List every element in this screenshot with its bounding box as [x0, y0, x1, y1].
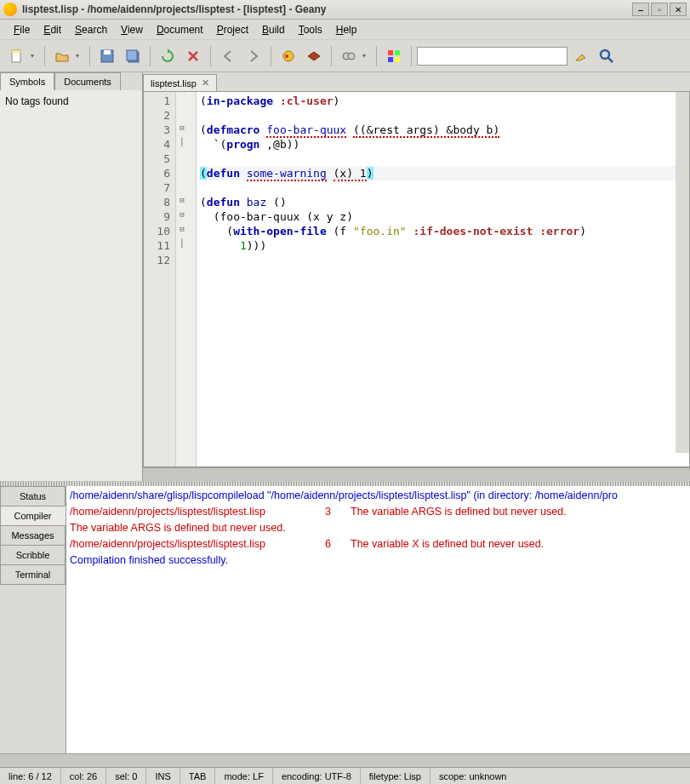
- close-icon[interactable]: ✕: [202, 77, 209, 89]
- menu-project[interactable]: Project: [210, 22, 255, 37]
- code-body[interactable]: (in-package :cl-user) (defmacro foo-bar-…: [197, 92, 689, 466]
- fold-gutter[interactable]: ⊟│ ⊟⊟⊟│: [176, 92, 188, 466]
- clear-search-button[interactable]: [569, 44, 593, 68]
- compile-button[interactable]: [277, 44, 300, 68]
- color-chooser-button[interactable]: [382, 44, 406, 68]
- minimize-button[interactable]: ‒: [632, 3, 649, 16]
- menu-tools[interactable]: Tools: [292, 22, 329, 37]
- file-tab-lisptest[interactable]: lisptest.lisp ✕: [143, 74, 217, 91]
- msg-tab-scribble[interactable]: Scribble: [0, 545, 66, 565]
- new-file-dropdown[interactable]: ▾: [31, 52, 39, 60]
- titlebar: lisptest.lisp - /home/aidenn/projects/li…: [0, 0, 690, 20]
- new-file-button[interactable]: [5, 44, 29, 68]
- open-button[interactable]: [50, 44, 74, 68]
- nav-back-button[interactable]: [216, 44, 240, 68]
- save-button[interactable]: [95, 44, 119, 68]
- svg-rect-5: [127, 50, 137, 60]
- message-tabs: Status Compiler Messages Scribble Termin…: [0, 486, 66, 753]
- run-dropdown[interactable]: ▾: [362, 52, 371, 60]
- find-button[interactable]: [595, 44, 619, 68]
- svg-rect-3: [104, 50, 111, 54]
- svg-rect-11: [395, 50, 400, 55]
- msg-tab-status[interactable]: Status: [0, 486, 66, 506]
- svg-line-15: [608, 58, 613, 62]
- status-scope: scope: unknown: [431, 768, 690, 784]
- search-input[interactable]: [417, 47, 567, 66]
- messages-horizontal-scrollbar[interactable]: [0, 753, 690, 767]
- menubar: File Edit Search View Document Project B…: [0, 20, 690, 40]
- menu-build[interactable]: Build: [255, 22, 292, 37]
- svg-rect-13: [395, 57, 400, 62]
- sidebar-tab-documents[interactable]: Documents: [54, 72, 121, 90]
- close-file-button[interactable]: [181, 44, 205, 68]
- open-dropdown[interactable]: ▾: [76, 52, 84, 60]
- sidebar-tab-symbols[interactable]: Symbols: [0, 72, 54, 90]
- status-mode: mode: LF: [215, 768, 272, 784]
- menu-file[interactable]: File: [7, 22, 37, 37]
- msg-tab-messages[interactable]: Messages: [0, 525, 66, 546]
- svg-point-9: [348, 53, 355, 60]
- run-button[interactable]: [337, 44, 361, 68]
- compiler-output[interactable]: /home/aidenn/share/glisp/lispcompileload…: [66, 486, 690, 753]
- reload-button[interactable]: [156, 44, 180, 68]
- svg-rect-1: [12, 50, 20, 53]
- close-button[interactable]: ✕: [670, 3, 687, 16]
- window-title: lisptest.lisp - /home/aidenn/projects/li…: [22, 3, 632, 15]
- nav-forward-button[interactable]: [242, 44, 265, 68]
- file-tab-label: lisptest.lisp: [151, 78, 197, 89]
- msg-tab-terminal[interactable]: Terminal: [0, 564, 66, 585]
- build-button[interactable]: [302, 44, 326, 68]
- menu-search[interactable]: Search: [68, 22, 114, 37]
- status-tab: TAB: [180, 768, 216, 784]
- line-number-gutter: 123456789101112: [144, 92, 176, 466]
- statusbar: line: 6 / 12 col: 26 sel: 0 INS TAB mode…: [0, 767, 690, 784]
- menu-help[interactable]: Help: [329, 22, 364, 37]
- svg-rect-10: [388, 50, 393, 55]
- svg-point-7: [285, 54, 288, 58]
- menu-view[interactable]: View: [114, 22, 150, 37]
- svg-rect-12: [388, 57, 393, 62]
- status-filetype: filetype: Lisp: [361, 768, 431, 784]
- maximize-button[interactable]: ▫: [651, 3, 668, 16]
- code-editor[interactable]: 123456789101112 ⊟│ ⊟⊟⊟│ (in-package :cl-…: [143, 91, 690, 467]
- margin-gutter: [188, 92, 197, 466]
- status-encoding: encoding: UTF-8: [273, 768, 361, 784]
- status-col: col: 26: [61, 768, 106, 784]
- app-icon: [3, 3, 17, 16]
- vertical-scrollbar[interactable]: [676, 92, 689, 453]
- sidebar: Symbols Documents No tags found: [0, 72, 143, 481]
- status-line: line: 6 / 12: [0, 768, 61, 784]
- horizontal-scrollbar[interactable]: [143, 467, 690, 481]
- toolbar: ▾ ▾ ▾: [0, 40, 690, 72]
- status-sel: sel: 0: [106, 768, 146, 784]
- save-all-button[interactable]: [121, 44, 145, 68]
- menu-document[interactable]: Document: [150, 22, 210, 37]
- svg-point-14: [601, 50, 609, 59]
- menu-edit[interactable]: Edit: [37, 22, 68, 37]
- msg-tab-compiler[interactable]: Compiler: [0, 506, 66, 526]
- sidebar-body: No tags found: [0, 90, 142, 481]
- status-ins: INS: [146, 768, 180, 784]
